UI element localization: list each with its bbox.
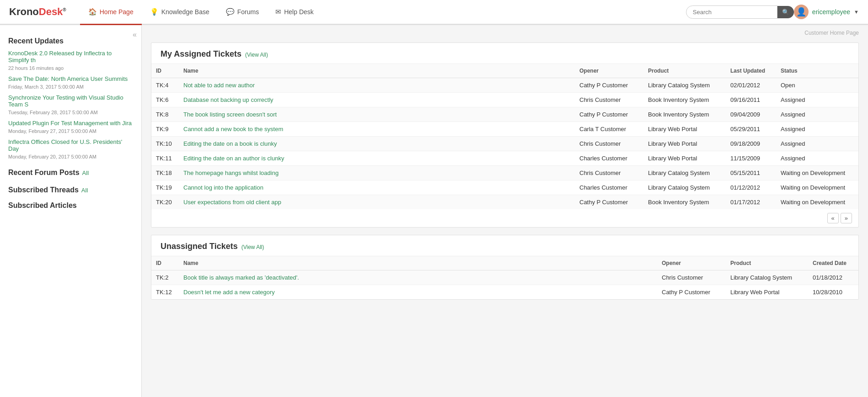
uticket-link[interactable]: Doesn't let me add a new category (183, 289, 275, 296)
user-area[interactable]: 👤 ericemployee ▼ (794, 5, 859, 19)
table-row: TK:9 Cannot add a new book to the system… (151, 122, 858, 137)
ticket-link[interactable]: Cannot add a new book to the system (183, 126, 283, 132)
update-time-0: 22 hours 16 minutes ago (0, 65, 141, 71)
table-row: TK:18 The homepage hangs whilst loading … (151, 166, 858, 180)
unassigned-table-header-row: ID Name Opener Product Created Date (151, 256, 858, 270)
search-button[interactable]: 🔍 (777, 6, 794, 18)
col-opener-header: Opener (575, 64, 643, 78)
home-icon: 🏠 (88, 8, 97, 16)
unassigned-tickets-card: Unassigned Tickets (View All) ID Name Op… (151, 235, 859, 300)
ticket-name: Cannot add a new book to the system (179, 122, 575, 137)
list-item: KronoDesk 2.0 Released by Inflectra to S… (0, 48, 141, 65)
ucol-id-header: ID (151, 256, 179, 270)
nav-helpdesk[interactable]: ✉ Help Desk (267, 0, 322, 25)
list-item: Updated Plugin For Test Management with … (0, 118, 141, 128)
uticket-id: TK:2 (151, 270, 179, 285)
ticket-updated: 02/01/2012 (726, 78, 776, 93)
ticket-link[interactable]: Editing the date on an author is clunky (183, 155, 284, 162)
ticket-opener: Charles Customer (575, 151, 643, 166)
forum-all-link[interactable]: All (82, 169, 89, 176)
nav-home[interactable]: 🏠 Home Page (80, 0, 142, 25)
ticket-opener: Cathy P Customer (575, 78, 643, 93)
ticket-id: TK:6 (151, 93, 179, 107)
uticket-created: 01/18/2012 (808, 270, 858, 285)
ticket-link[interactable]: Not able to add new author (183, 82, 255, 89)
ticket-name: Editing the date on a book is clunky (179, 137, 575, 151)
update-link-2[interactable]: Synchronize Your Testing with Visual Stu… (8, 94, 123, 108)
ticket-updated: 09/18/2009 (726, 137, 776, 151)
col-updated-header: Last Updated (726, 64, 776, 78)
search-icon: 🔍 (782, 9, 789, 16)
sidebar: « Recent Updates KronoDesk 2.0 Released … (0, 25, 142, 397)
ticket-id: TK:18 (151, 166, 179, 180)
ticket-link[interactable]: Cannot log into the application (183, 184, 263, 191)
ticket-name: Not able to add new author (179, 78, 575, 93)
update-link-3[interactable]: Updated Plugin For Test Management with … (8, 120, 132, 127)
uticket-opener: Chris Customer (657, 270, 726, 285)
ticket-status: Waiting on Development (776, 180, 858, 195)
nav-forums[interactable]: 💬 Forums (218, 0, 267, 25)
nav-knowledge[interactable]: 💡 Knowledge Base (142, 0, 218, 25)
ticket-product: Library Web Portal (643, 151, 726, 166)
main-nav: 🏠 Home Page 💡 Knowledge Base 💬 Forums ✉ … (80, 0, 681, 24)
ticket-status: Waiting on Development (776, 195, 858, 210)
unassigned-tickets-title: Unassigned Tickets (161, 242, 238, 251)
subscribed-threads-all-link[interactable]: All (81, 187, 88, 194)
ticket-opener: Carla T Customer (575, 122, 643, 137)
ticket-product: Library Catalog System (643, 180, 726, 195)
user-dropdown-arrow: ▼ (854, 9, 859, 15)
breadcrumb: Customer Home Page (142, 25, 868, 38)
logo-part2: Desk (39, 6, 63, 17)
nav-home-label: Home Page (100, 8, 134, 16)
ticket-opener: Cathy P Customer (575, 107, 643, 122)
ticket-product: Library Catalog System (643, 166, 726, 180)
ticket-link[interactable]: Editing the date on a book is clunky (183, 140, 277, 147)
ticket-updated: 11/15/2009 (726, 151, 776, 166)
ticket-id: TK:9 (151, 122, 179, 137)
unassigned-tickets-view-all[interactable]: (View All) (241, 244, 264, 250)
ticket-link[interactable]: The book listing screen doesn't sort (183, 111, 277, 118)
page-first-button[interactable]: « (827, 213, 839, 223)
uticket-product: Library Catalog System (726, 270, 808, 285)
ticket-updated: 01/12/2012 (726, 180, 776, 195)
ticket-link[interactable]: The homepage hangs whilst loading (183, 169, 279, 176)
ticket-product: Book Inventory System (643, 93, 726, 107)
update-time-2: Tuesday, February 28, 2017 5:00:00 AM (0, 110, 141, 115)
ucol-created-header: Created Date (808, 256, 858, 270)
update-link-1[interactable]: Save The Date: North America User Summit… (8, 75, 128, 82)
ticket-status: Assigned (776, 122, 858, 137)
nav-knowledge-label: Knowledge Base (161, 8, 209, 16)
subscribed-articles-title: Subscribed Articles (0, 197, 141, 212)
assigned-tickets-card: My Assigned Tickets (View All) ID Name O… (151, 42, 859, 228)
update-link-0[interactable]: KronoDesk 2.0 Released by Inflectra to S… (8, 50, 112, 64)
knowledge-icon: 💡 (150, 8, 159, 16)
page-last-button[interactable]: » (841, 213, 852, 223)
main-content: Customer Home Page My Assigned Tickets (… (142, 25, 868, 397)
col-status-header: Status (776, 64, 858, 78)
list-item: Synchronize Your Testing with Visual Stu… (0, 92, 141, 110)
assigned-tickets-header: My Assigned Tickets (View All) (151, 43, 858, 64)
uticket-created: 10/28/2010 (808, 285, 858, 300)
uticket-link[interactable]: Book title is always marked as 'deactiva… (183, 274, 299, 281)
nav-forums-label: Forums (237, 8, 259, 16)
sidebar-collapse-button[interactable]: « (133, 31, 137, 39)
search-input[interactable] (686, 5, 777, 19)
ticket-link[interactable]: User expectations from old client app (183, 199, 281, 206)
ticket-name: Cannot log into the application (179, 180, 575, 195)
update-link-4[interactable]: Inflectra Offices Closed for U.S. Presid… (8, 138, 122, 152)
forums-icon: 💬 (226, 8, 235, 16)
ticket-name: The book listing screen doesn't sort (179, 107, 575, 122)
ticket-name: Editing the date on an author is clunky (179, 151, 575, 166)
uticket-opener: Cathy P Customer (657, 285, 726, 300)
ticket-status: Open (776, 78, 858, 93)
assigned-tickets-view-all[interactable]: (View All) (245, 52, 268, 58)
ticket-name: The homepage hangs whilst loading (179, 166, 575, 180)
ticket-status: Assigned (776, 151, 858, 166)
update-time-1: Friday, March 3, 2017 5:00:00 AM (0, 84, 141, 90)
ucol-opener-header: Opener (657, 256, 726, 270)
logo-reg: ® (63, 7, 66, 12)
ticket-id: TK:10 (151, 137, 179, 151)
list-item: Inflectra Offices Closed for U.S. Presid… (0, 137, 141, 154)
ticket-link[interactable]: Database not backing up correctly (183, 96, 273, 103)
page-layout: « Recent Updates KronoDesk 2.0 Released … (0, 25, 868, 397)
